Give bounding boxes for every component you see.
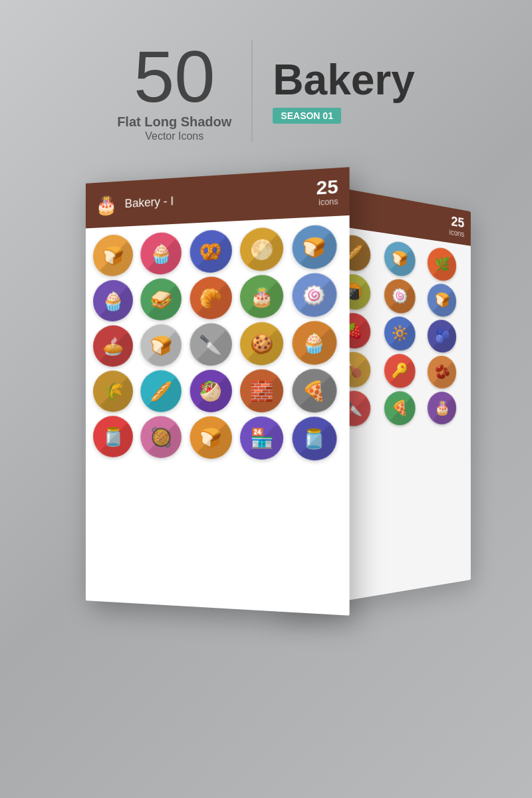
card-front-title: Bakery - I — [125, 194, 174, 211]
header-left: 50 Flat Long Shadow Vector Icons — [117, 40, 253, 142]
back-icon: 🍥 — [384, 277, 415, 315]
bakery-title: Bakery — [273, 59, 415, 101]
front-icon: 🧁 — [292, 321, 336, 365]
front-icon: 🥙 — [190, 370, 231, 412]
card-back-count-label: icons — [449, 227, 464, 239]
number-50: 50 — [134, 40, 215, 113]
front-icon: 🧁 — [141, 231, 182, 275]
header-right: Bakery SEASON 01 — [253, 59, 415, 124]
front-icon: 🥐 — [190, 276, 231, 320]
front-icon: 🍞 — [190, 416, 231, 460]
front-icon: 🧱 — [240, 369, 283, 412]
front-icon: 🍥 — [292, 273, 336, 318]
season-badge: SEASON 01 — [273, 108, 341, 124]
card-back-count: 25 icons — [449, 214, 464, 239]
front-icon: 🌕 — [240, 227, 283, 272]
card-front: 🎂 Bakery - I 25 icons 🍞🧁🥨🌕🍞🧁🥪🥐🎂🍥🥧🍞🔪🍪🧁🌾🥖🥙… — [86, 167, 350, 615]
front-icon: 🫙 — [93, 416, 133, 458]
back-icon: 🍞 — [384, 239, 415, 277]
back-icon: 🍕 — [384, 391, 415, 426]
front-icon: 🥪 — [141, 278, 182, 321]
front-icon: 🥧 — [93, 325, 133, 367]
card-front-header-left: 🎂 Bakery - I — [96, 190, 174, 216]
back-icon: 🎂 — [428, 392, 456, 425]
header: 50 Flat Long Shadow Vector Icons Bakery … — [0, 0, 532, 162]
front-icon: 🥨 — [190, 229, 231, 274]
front-icon: 🌾 — [93, 370, 133, 412]
front-icon: 🥖 — [141, 370, 182, 412]
front-icon: 🥘 — [141, 416, 182, 459]
front-icon: 🍞 — [292, 224, 336, 270]
front-icon: 🔪 — [190, 323, 231, 366]
back-icon: 🫐 — [428, 319, 456, 353]
front-icon: 🏪 — [240, 416, 283, 460]
front-icon: 🍕 — [292, 368, 336, 412]
back-icon: 🫘 — [428, 355, 456, 389]
subtitle-line1: Flat Long Shadow — [117, 113, 231, 130]
front-icon-grid: 🍞🧁🥨🌕🍞🧁🥪🥐🎂🍥🥧🍞🔪🍪🧁🌾🥖🥙🧱🍕🫙🥘🍞🏪🫙 — [86, 215, 350, 469]
cake-icon: 🎂 — [96, 194, 118, 216]
front-icon: 🎂 — [240, 274, 283, 319]
subtitle-line2: Vector Icons — [145, 130, 203, 142]
back-icon: 🍞 — [428, 282, 456, 317]
book-container: Bakery - II 25 icons 🥐🥖🍞🌿🍬🍘🍥🍞🍒🍓🔆🫐🥩🍗🔑🫘🥞🔪🍕… — [27, 176, 505, 654]
front-icon: 🍞 — [93, 234, 133, 277]
front-icon: 🍪 — [240, 322, 283, 366]
front-icon: 🍞 — [141, 324, 182, 366]
back-icon: 🔑 — [384, 353, 415, 388]
front-icon: 🧁 — [93, 279, 133, 322]
card-front-count: 25 icons — [317, 178, 338, 207]
card-front-count-label: icons — [317, 197, 338, 207]
front-icon: 🫙 — [292, 417, 336, 461]
card-front-count-num: 25 — [317, 178, 338, 198]
back-icon: 🔆 — [384, 315, 415, 351]
back-icon: 🌿 — [428, 246, 456, 283]
